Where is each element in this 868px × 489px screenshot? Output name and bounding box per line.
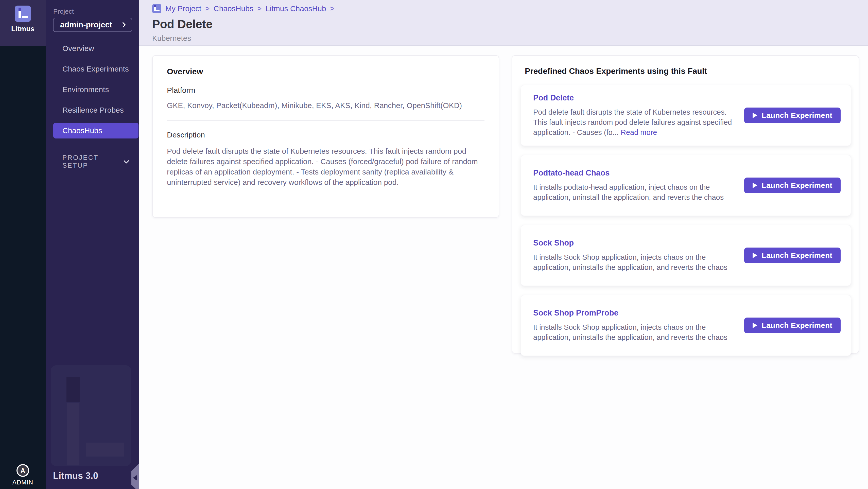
avatar-initial: A	[21, 467, 25, 474]
sidebar-nav: Overview Chaos Experiments Environments …	[45, 40, 139, 139]
sidebar: Project admin-project Overview Chaos Exp…	[45, 0, 139, 489]
experiments-heading: Predefined Chaos Experiments using this …	[525, 66, 851, 76]
description-value: Pod delete fault disrupts the state of K…	[167, 146, 485, 187]
experiment-description: It installs Sock Shop application, injec…	[533, 252, 739, 272]
play-icon	[752, 323, 757, 328]
platform-value: GKE, Konvoy, Packet(Kubeadm), Minikube, …	[167, 101, 485, 110]
left-rail: Litmus A ADMIN	[0, 0, 45, 489]
page-header: My Project > ChaosHubs > Litmus ChaosHub…	[139, 0, 868, 46]
project-label: Project	[53, 8, 74, 16]
experiment-description-text: It installs Sock Shop application, injec…	[533, 253, 727, 271]
overview-heading: Overview	[167, 67, 485, 77]
experiment-description: Pod delete fault disrupts the state of K…	[533, 107, 739, 137]
experiment-title[interactable]: Pod Delete	[533, 93, 739, 102]
experiment-text: Sock Shop It installs Sock Shop applicat…	[533, 238, 739, 272]
overview-card: Overview Platform GKE, Konvoy, Packet(Ku…	[152, 55, 499, 218]
watermark-vertical-bar	[67, 403, 80, 465]
app-window: { "colors":{ "accent":"#5d4bce", "link":…	[0, 0, 868, 489]
launch-button-label: Launch Experiment	[762, 181, 832, 190]
logo-horizontal-bar	[156, 10, 159, 11]
breadcrumb-litmus-icon	[152, 4, 161, 13]
breadcrumb-separator: >	[206, 5, 210, 13]
project-selector-value: admin-project	[60, 20, 112, 29]
collapse-arrow-icon	[133, 475, 137, 481]
launch-experiment-button[interactable]: Launch Experiment	[744, 108, 841, 123]
breadcrumb-link-litmus-chaoshub[interactable]: Litmus ChaosHub	[266, 4, 326, 13]
avatar[interactable]: A	[17, 464, 29, 477]
sidebar-item-label: ChaosHubs	[62, 126, 102, 135]
litmus-logo-icon[interactable]	[15, 6, 31, 22]
user-role-label: ADMIN	[0, 479, 45, 486]
launch-button-label: Launch Experiment	[762, 251, 832, 260]
logo-vertical-bar	[19, 11, 21, 18]
launch-experiment-button[interactable]: Launch Experiment	[744, 248, 841, 263]
sidebar-item-label: Chaos Experiments	[62, 65, 129, 73]
sidebar-item-label: Environments	[62, 85, 109, 94]
breadcrumb-link-chaoshubs[interactable]: ChaosHubs	[214, 4, 253, 13]
sidebar-item-environments[interactable]: Environments	[53, 82, 138, 97]
breadcrumb-separator: >	[330, 5, 334, 13]
experiment-description-text: It installs Sock Shop application, injec…	[533, 323, 727, 341]
launch-button-label: Launch Experiment	[762, 111, 832, 120]
main-content: Overview Platform GKE, Konvoy, Packet(Ku…	[139, 46, 868, 489]
launch-button-label: Launch Experiment	[762, 321, 832, 330]
user-block: A ADMIN	[0, 464, 45, 486]
overview-divider	[167, 120, 485, 121]
platform-label: Platform	[167, 86, 485, 95]
logo-vertical-bar	[154, 7, 155, 11]
project-selector[interactable]: admin-project	[53, 18, 132, 32]
launch-experiment-button[interactable]: Launch Experiment	[744, 317, 841, 333]
chevron-right-icon	[120, 22, 126, 28]
brand-name: Litmus	[0, 25, 45, 33]
watermark-tick	[66, 377, 80, 402]
play-icon	[752, 183, 757, 188]
version-label: Litmus 3.0	[53, 470, 98, 481]
page-subtitle: Kubernetes	[152, 34, 191, 42]
breadcrumb: My Project > ChaosHubs > Litmus ChaosHub…	[152, 4, 334, 13]
logo-tick	[19, 8, 21, 11]
logo-tick	[154, 5, 155, 7]
sidebar-item-chaoshubs[interactable]: ChaosHubs	[53, 123, 138, 139]
page-title: Pod Delete	[152, 17, 213, 31]
sidebar-item-label: Overview	[62, 44, 94, 53]
rail-brand-block: Litmus	[0, 0, 45, 45]
description-label: Description	[167, 131, 485, 139]
litmus-watermark	[51, 365, 131, 466]
experiment-title[interactable]: Sock Shop PromProbe	[533, 308, 739, 317]
experiment-text: Sock Shop PromProbe It installs Sock Sho…	[533, 308, 739, 342]
play-icon	[752, 113, 757, 118]
experiment-card-sock-shop-promprobe: Sock Shop PromProbe It installs Sock Sho…	[521, 295, 851, 356]
project-setup-toggle[interactable]: PROJECT SETUP	[62, 155, 128, 168]
experiment-description: It installs podtato-head application, in…	[533, 182, 739, 203]
sidebar-item-label: Resilience Probes	[62, 106, 124, 114]
experiment-text: Pod Delete Pod delete fault disrupts the…	[533, 93, 739, 137]
sidebar-divider	[62, 147, 134, 147]
breadcrumb-link-my-project[interactable]: My Project	[165, 4, 202, 13]
experiment-title[interactable]: Podtato-head Chaos	[533, 169, 739, 178]
experiment-description-text: It installs podtato-head application, in…	[533, 183, 724, 202]
experiment-card-pod-delete: Pod Delete Pod delete fault disrupts the…	[521, 85, 851, 146]
sidebar-item-overview[interactable]: Overview	[53, 40, 138, 56]
experiment-card-podtato-head: Podtato-head Chaos It installs podtato-h…	[521, 155, 851, 216]
experiment-text: Podtato-head Chaos It installs podtato-h…	[533, 169, 739, 203]
experiment-description: It installs Sock Shop application, injec…	[533, 322, 739, 342]
predefined-experiments-panel: Predefined Chaos Experiments using this …	[512, 55, 859, 354]
watermark-horizontal-bar	[86, 442, 124, 457]
experiment-title[interactable]: Sock Shop	[533, 238, 739, 248]
sidebar-item-resilience-probes[interactable]: Resilience Probes	[53, 102, 138, 118]
sidebar-item-chaos-experiments[interactable]: Chaos Experiments	[53, 61, 138, 77]
collapse-sidebar-button[interactable]	[131, 464, 139, 489]
project-setup-label: PROJECT SETUP	[62, 154, 124, 170]
experiment-card-sock-shop: Sock Shop It installs Sock Shop applicat…	[521, 225, 851, 286]
logo-horizontal-bar	[22, 16, 28, 18]
launch-experiment-button[interactable]: Launch Experiment	[744, 178, 841, 193]
experiments-list: Pod Delete Pod delete fault disrupts the…	[521, 85, 851, 356]
play-icon	[752, 253, 757, 258]
breadcrumb-separator: >	[257, 5, 261, 13]
read-more-link[interactable]: Read more	[621, 128, 657, 136]
